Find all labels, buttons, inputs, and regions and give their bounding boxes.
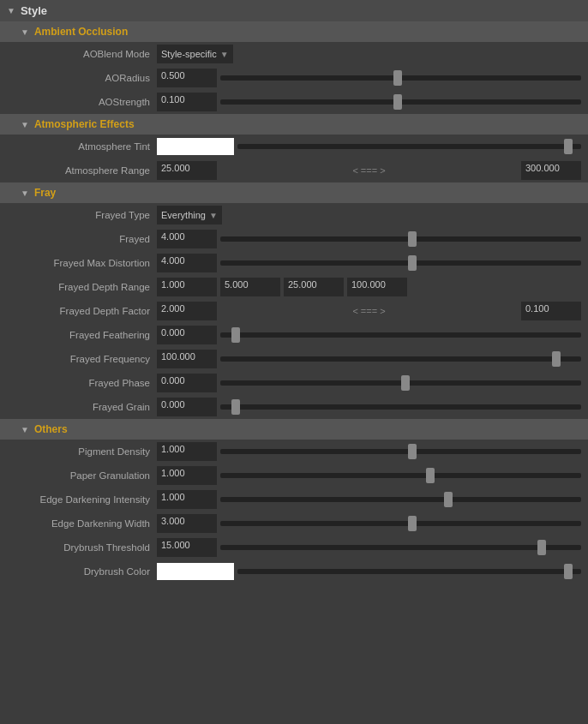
edge-darkening-intensity-value[interactable]: 1.000 [157, 490, 217, 509]
frayed-max-distortion-value[interactable]: 4.000 [157, 254, 217, 272]
frayed-grain-thumb[interactable] [231, 399, 240, 415]
frayed-type-row: Frayed Type Everything ▼ [0, 203, 588, 227]
frayed-frequency-thumb[interactable] [552, 351, 561, 367]
frayed-depth-range-value3[interactable]: 25.000 [284, 278, 344, 296]
frayed-phase-value[interactable]: 0.000 [157, 374, 217, 392]
frayed-value[interactable]: 4.000 [157, 230, 217, 248]
frayed-frequency-row: Frayed Frequency 100.000 [0, 347, 588, 371]
frayed-label: Frayed [7, 234, 157, 244]
edge-darkening-intensity-slider[interactable] [220, 490, 581, 509]
frayed-slider[interactable] [220, 230, 581, 248]
atmosphere-range-value2[interactable]: 300.000 [521, 161, 581, 180]
frayed-frequency-slider[interactable] [220, 350, 581, 368]
ao-radius-value[interactable]: 0.500 [157, 69, 217, 87]
atmospheric-effects-header[interactable]: ▼ Atmospheric Effects [0, 114, 588, 135]
pigment-density-label: Pigment Density [7, 446, 157, 457]
frayed-feathering-value[interactable]: 0.000 [157, 326, 217, 344]
atmosphere-tint-track [237, 144, 581, 149]
frayed-grain-value[interactable]: 0.000 [157, 398, 217, 416]
frayed-grain-slider[interactable] [220, 398, 581, 416]
frayed-row: Frayed 4.000 [0, 227, 588, 251]
edge-darkening-intensity-row: Edge Darkening Intensity 1.000 [0, 488, 588, 512]
ao-blend-mode-dropdown[interactable]: Style-specific ▼ [157, 45, 233, 63]
ao-radius-track [220, 75, 581, 81]
edge-darkening-intensity-thumb[interactable] [444, 492, 453, 507]
frayed-phase-label: Frayed Phase [7, 378, 157, 388]
others-header[interactable]: ▼ Others [0, 419, 588, 440]
ao-blend-mode-label: AOBlend Mode [7, 49, 157, 59]
frayed-feathering-slider[interactable] [220, 326, 581, 344]
drybrush-threshold-label: Drybrush Threshold [7, 542, 157, 553]
frayed-feathering-track [220, 332, 581, 338]
ao-radius-slider[interactable] [220, 69, 581, 87]
ao-radius-row: AORadius 0.500 [0, 66, 588, 90]
drybrush-color-thumb[interactable] [564, 564, 573, 579]
fray-section-label: Fray [34, 187, 56, 199]
atmosphere-tint-thumb[interactable] [564, 139, 573, 154]
frayed-feathering-thumb[interactable] [231, 327, 240, 343]
drybrush-color-swatch[interactable] [157, 563, 234, 580]
frayed-phase-thumb[interactable] [401, 375, 410, 391]
paper-granulation-thumb[interactable] [426, 468, 435, 483]
pigment-density-track [220, 449, 581, 454]
atm-arrow-icon: ▼ [21, 120, 29, 129]
frayed-frequency-track [220, 356, 581, 362]
edge-darkening-width-value[interactable]: 3.000 [157, 514, 217, 533]
drybrush-threshold-value[interactable]: 15.000 [157, 538, 217, 557]
ao-blend-mode-row: AOBlend Mode Style-specific ▼ [0, 42, 588, 66]
frayed-frequency-value[interactable]: 100.000 [157, 350, 217, 368]
pigment-density-slider[interactable] [220, 442, 581, 461]
frayed-depth-factor-value2[interactable]: 0.100 [521, 302, 581, 320]
frayed-grain-track [220, 404, 581, 410]
frayed-type-label: Frayed Type [7, 210, 157, 220]
frayed-type-dropdown[interactable]: Everything ▼ [157, 206, 222, 224]
main-panel: ▼ Style ▼ Ambient Occlusion AOBlend Mode… [0, 0, 588, 583]
fray-header[interactable]: ▼ Fray [0, 182, 588, 203]
drybrush-color-slider[interactable] [237, 562, 581, 581]
atm-section-label: Atmospheric Effects [34, 118, 135, 130]
style-section-label: Style [21, 4, 47, 17]
frayed-feathering-row: Frayed Feathering 0.000 [0, 323, 588, 347]
ao-strength-thumb[interactable] [393, 94, 402, 110]
frayed-depth-range-value1[interactable]: 1.000 [157, 278, 217, 296]
frayed-depth-factor-value1[interactable]: 2.000 [157, 302, 217, 320]
frayed-depth-range-value2[interactable]: 5.000 [220, 278, 280, 296]
ao-strength-value[interactable]: 0.100 [157, 93, 217, 111]
frayed-depth-range-row: Frayed Depth Range 1.000 5.000 25.000 10… [0, 275, 588, 299]
edge-darkening-width-track [220, 521, 581, 526]
frayed-thumb[interactable] [408, 231, 417, 247]
pigment-density-value[interactable]: 1.000 [157, 442, 217, 461]
atmosphere-range-row: Atmosphere Range 25.000 < === > 300.000 [0, 159, 588, 182]
frayed-type-value: Everything [161, 210, 206, 220]
drybrush-threshold-thumb[interactable] [537, 540, 546, 555]
pigment-density-thumb[interactable] [408, 444, 417, 459]
ao-strength-slider[interactable] [220, 93, 581, 111]
paper-granulation-value[interactable]: 1.000 [157, 466, 217, 485]
style-section-header[interactable]: ▼ Style [0, 0, 588, 21]
ao-radius-thumb[interactable] [393, 70, 402, 86]
atmosphere-range-value1[interactable]: 25.000 [157, 161, 217, 180]
frayed-depth-range-label: Frayed Depth Range [7, 282, 157, 292]
edge-darkening-width-row: Edge Darkening Width 3.000 [0, 512, 588, 536]
edge-darkening-width-slider[interactable] [220, 514, 581, 533]
frayed-grain-label: Frayed Grain [7, 402, 157, 412]
frayed-depth-range-value4[interactable]: 100.000 [347, 278, 407, 296]
frayed-depth-factor-mid: < === > [217, 306, 521, 316]
atmosphere-range-label: Atmosphere Range [7, 165, 157, 176]
atmosphere-tint-swatch[interactable] [157, 138, 234, 155]
ao-radius-label: AORadius [7, 73, 157, 83]
paper-granulation-slider[interactable] [220, 466, 581, 485]
ambient-occlusion-header[interactable]: ▼ Ambient Occlusion [0, 21, 588, 42]
drybrush-threshold-row: Drybrush Threshold 15.000 [0, 536, 588, 559]
atmosphere-tint-slider[interactable] [237, 137, 581, 156]
frayed-phase-slider[interactable] [220, 374, 581, 392]
ao-arrow-icon: ▼ [21, 27, 29, 37]
edge-darkening-intensity-track [220, 497, 581, 502]
frayed-max-distortion-thumb[interactable] [408, 255, 417, 271]
drybrush-threshold-slider[interactable] [220, 538, 581, 557]
atmosphere-tint-row: Atmosphere Tint [0, 135, 588, 159]
ao-strength-row: AOStrength 0.100 [0, 90, 588, 114]
edge-darkening-width-thumb[interactable] [408, 516, 417, 531]
drybrush-threshold-track [220, 545, 581, 550]
frayed-max-distortion-slider[interactable] [220, 254, 581, 272]
